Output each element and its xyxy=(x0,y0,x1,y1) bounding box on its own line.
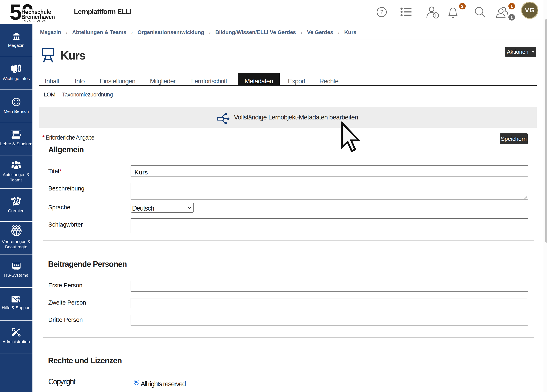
svg-text:?: ? xyxy=(17,298,20,303)
svg-text:?: ? xyxy=(380,9,383,15)
